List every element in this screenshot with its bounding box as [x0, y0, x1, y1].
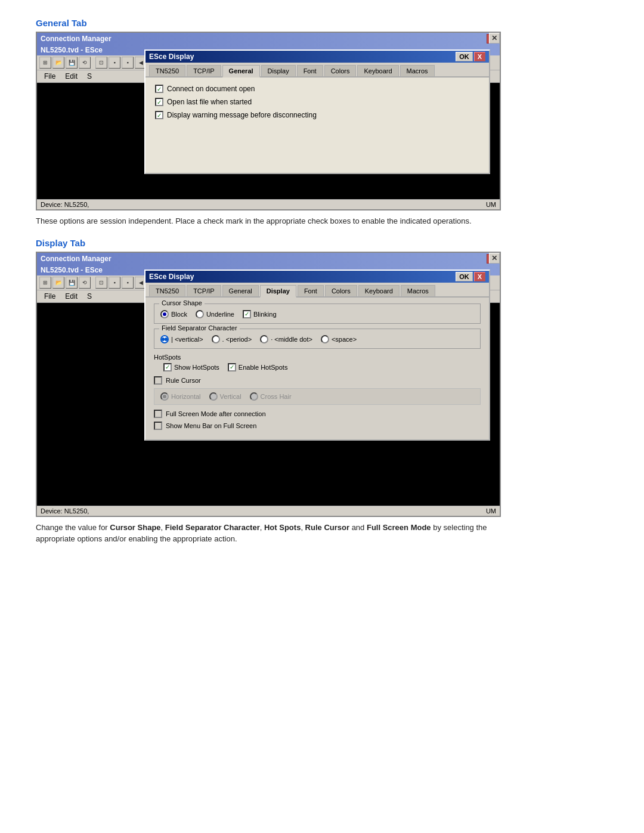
- menu-edit-1[interactable]: Edit: [60, 71, 82, 82]
- cm-title-1: Connection Manager: [41, 35, 112, 43]
- radio-block-label: Block: [171, 311, 187, 318]
- dialog-content-2: Cursor Shape Block Underline ✓ Blinkin: [145, 298, 489, 439]
- cb-menubar[interactable]: ✓: [154, 422, 162, 430]
- tb2-btn-7[interactable]: ▪: [122, 277, 134, 289]
- dialog-titlebar-1: ESce Display OK X: [145, 51, 489, 63]
- tab-tcpip-2[interactable]: TCP/IP: [187, 285, 221, 296]
- radio-underline-btn[interactable]: [196, 310, 204, 318]
- tb2-btn-2[interactable]: 📂: [52, 277, 64, 289]
- tab-font-2[interactable]: Font: [298, 285, 324, 296]
- dialog-titlebar-2: ESce Display OK X: [145, 271, 489, 283]
- radio-horizontal: Horizontal: [160, 392, 201, 401]
- radio-space-btn[interactable]: [321, 335, 329, 343]
- statusbar-2: Device: NL5250, UM: [37, 506, 500, 516]
- checkbox-1[interactable]: ✓: [155, 85, 163, 93]
- radio-period-btn[interactable]: [212, 335, 220, 343]
- tab-display-2[interactable]: Display: [260, 285, 296, 298]
- app-title-2: NL5250.tvd - ESce: [41, 266, 103, 274]
- tab-macros-2[interactable]: Macros: [401, 285, 435, 296]
- radio-space-label: <space>: [332, 336, 357, 343]
- tab-display-1[interactable]: Display: [261, 65, 296, 76]
- tab-macros-1[interactable]: Macros: [400, 65, 435, 76]
- checkbox-2[interactable]: ✓: [155, 98, 163, 106]
- radio-crosshair-btn[interactable]: [250, 392, 258, 401]
- tb2-btn-1[interactable]: ⊞: [39, 277, 51, 289]
- dialog-1: ESce Display OK X TN5250 TCP/IP General …: [144, 49, 490, 174]
- menubar-2: File Edit S ESce Display OK X TN5250 TCP…: [37, 290, 500, 303]
- window-x-1[interactable]: ✕: [489, 33, 500, 44]
- cursor-shape-label: Cursor Shape: [159, 299, 205, 306]
- radio-block: Block: [160, 310, 187, 318]
- radio-crosshair-label: Cross Hair: [261, 393, 292, 400]
- window-x-2[interactable]: ✕: [489, 253, 500, 264]
- dialog-title-btns-1: OK X: [456, 52, 485, 61]
- cm-titlebar-2: Connection Manager ✕: [37, 253, 500, 265]
- desc-2: Change the value for Cursor Shape, Field…: [36, 522, 489, 545]
- check-row-3: ✓ Display warning message before disconn…: [155, 111, 479, 119]
- tab-tn5250-2[interactable]: TN5250: [149, 285, 185, 296]
- status-right-2: UM: [486, 507, 496, 515]
- hotspots-title: HotSpots: [154, 354, 481, 361]
- radio-vertical-rc-btn[interactable]: [209, 392, 218, 401]
- cb-enable-hotspots[interactable]: ✓: [228, 363, 236, 371]
- menu-file-2[interactable]: File: [39, 291, 60, 302]
- check-row-2: ✓ Open last file when started: [155, 98, 479, 106]
- hotspots-show: ✓ Show HotSpots: [163, 363, 219, 371]
- radio-vertical-rc-label: Vertical: [220, 393, 242, 400]
- tb-btn-2[interactable]: 📂: [52, 57, 64, 69]
- radio-crosshair: Cross Hair: [250, 392, 292, 401]
- radio-vertical-btn[interactable]: [160, 335, 169, 343]
- tab-general-1[interactable]: General: [222, 65, 260, 78]
- tb-btn-4[interactable]: ⟲: [79, 57, 91, 69]
- tab-colors-1[interactable]: Colors: [324, 65, 357, 76]
- radio-block-btn[interactable]: [160, 310, 169, 318]
- tb2-btn-4[interactable]: ⟲: [79, 277, 91, 289]
- tab-keyboard-2[interactable]: Keyboard: [358, 285, 400, 296]
- menu-s-2[interactable]: S: [82, 291, 97, 302]
- window1: Connection Manager ✕ NL5250.tvd - ESce ⊞…: [36, 32, 501, 210]
- tb-btn-6[interactable]: ▪: [109, 57, 120, 69]
- cb-show-hotspots[interactable]: ✓: [163, 363, 172, 371]
- fullscreen-row1: ✓ Full Screen Mode after connection: [154, 410, 481, 418]
- dialog-close-2[interactable]: X: [474, 272, 485, 281]
- cb-blinking[interactable]: ✓: [243, 310, 251, 318]
- radio-middledot-btn[interactable]: [260, 335, 268, 343]
- field-sep-label: Field Separator Character: [159, 324, 240, 332]
- check-label-3: Display warning message before disconnec…: [167, 111, 317, 119]
- rule-cursor-options: Horizontal Vertical Cross Hair: [160, 392, 474, 401]
- radio-underline: Underline: [196, 310, 234, 318]
- tab-keyboard-1[interactable]: Keyboard: [357, 65, 398, 76]
- tab-tcpip-1[interactable]: TCP/IP: [187, 65, 221, 76]
- tab-tn5250-1[interactable]: TN5250: [149, 65, 185, 76]
- radio-middledot-label: · <middle dot>: [271, 336, 312, 343]
- tb-btn-5[interactable]: ⊡: [95, 57, 107, 69]
- radio-horizontal-btn[interactable]: [160, 392, 169, 401]
- tb2-btn-3[interactable]: 💾: [66, 277, 78, 289]
- cb-rule-cursor[interactable]: ✓: [154, 376, 162, 385]
- status-left-2: Device: NL5250,: [41, 507, 89, 515]
- dialog-ok-1[interactable]: OK: [456, 52, 473, 61]
- cb-fullscreen[interactable]: ✓: [154, 410, 162, 418]
- fullscreen-section: ✓ Full Screen Mode after connection ✓ Sh…: [154, 410, 481, 430]
- status-left-1: Device: NL5250,: [41, 201, 89, 208]
- fullscreen-row2: ✓ Show Menu Bar on Full Screen: [154, 422, 481, 430]
- tb-btn-3[interactable]: 💾: [66, 57, 78, 69]
- tb-btn-1[interactable]: ⊞: [39, 57, 51, 69]
- tab-colors-2[interactable]: Colors: [325, 285, 357, 296]
- radio-horizontal-label: Horizontal: [171, 393, 201, 400]
- checkbox-3[interactable]: ✓: [155, 111, 163, 119]
- tb2-btn-5[interactable]: ⊡: [95, 277, 107, 289]
- field-sep-group: Field Separator Character | <vertical> .…: [154, 329, 481, 349]
- menu-s-1[interactable]: S: [82, 71, 97, 82]
- app-title-1: NL5250.tvd - ESce: [41, 46, 103, 54]
- cursor-shape-group: Cursor Shape Block Underline ✓ Blinkin: [154, 304, 481, 324]
- tb2-btn-6[interactable]: ▪: [109, 277, 120, 289]
- dialog-close-1[interactable]: X: [474, 52, 485, 61]
- menu-edit-2[interactable]: Edit: [60, 291, 82, 302]
- tb-btn-7[interactable]: ▪: [122, 57, 134, 69]
- dialog-2: ESce Display OK X TN5250 TCP/IP General …: [144, 270, 490, 441]
- tab-general-2[interactable]: General: [222, 285, 259, 296]
- tab-font-1[interactable]: Font: [297, 65, 323, 76]
- menu-file-1[interactable]: File: [39, 71, 60, 82]
- dialog-ok-2[interactable]: OK: [456, 272, 473, 281]
